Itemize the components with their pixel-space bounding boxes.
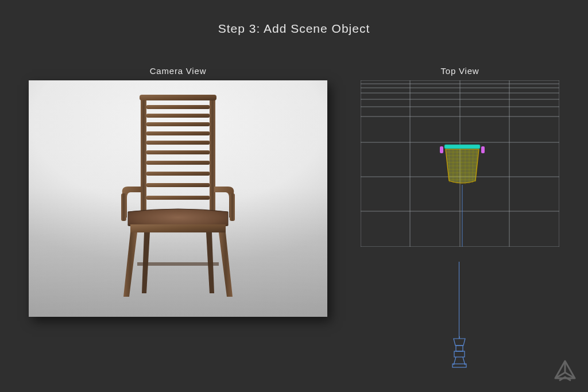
top-view-viewport[interactable] [361, 80, 559, 247]
svg-rect-59 [454, 351, 465, 357]
svg-rect-11 [146, 183, 210, 187]
svg-rect-1 [210, 98, 215, 216]
page-title: Step 3: Add Scene Object [0, 22, 588, 36]
svg-rect-13 [121, 193, 126, 221]
logo-watermark [551, 359, 579, 384]
svg-rect-12 [146, 196, 210, 200]
top-view-grid [361, 80, 559, 247]
svg-rect-2 [140, 95, 216, 100]
camera-view-label: Camera View [29, 66, 327, 76]
top-view-camera-gizmo[interactable] [451, 336, 468, 368]
top-view-chair-seat[interactable] [446, 149, 479, 184]
svg-rect-38 [481, 146, 485, 153]
svg-rect-7 [146, 141, 210, 145]
svg-rect-62 [452, 364, 466, 367]
svg-marker-16 [123, 232, 137, 297]
svg-rect-5 [146, 122, 210, 126]
svg-rect-15 [130, 224, 226, 232]
svg-rect-58 [456, 346, 463, 351]
camera-ray [459, 262, 459, 339]
scene-object-chair[interactable] [118, 95, 238, 301]
svg-marker-57 [454, 339, 465, 346]
svg-rect-10 [146, 172, 210, 176]
top-view-chair-backrest [444, 145, 480, 149]
top-view-label: Top View [361, 66, 559, 76]
svg-marker-17 [219, 232, 233, 297]
svg-rect-14 [230, 193, 235, 221]
svg-rect-37 [440, 146, 443, 153]
svg-rect-4 [146, 114, 210, 118]
camera-view-viewport[interactable] [29, 80, 327, 317]
svg-rect-6 [146, 131, 210, 135]
svg-rect-3 [146, 105, 210, 109]
svg-rect-9 [146, 161, 210, 165]
svg-rect-20 [137, 262, 219, 266]
svg-rect-8 [146, 150, 210, 154]
svg-rect-0 [141, 98, 146, 216]
